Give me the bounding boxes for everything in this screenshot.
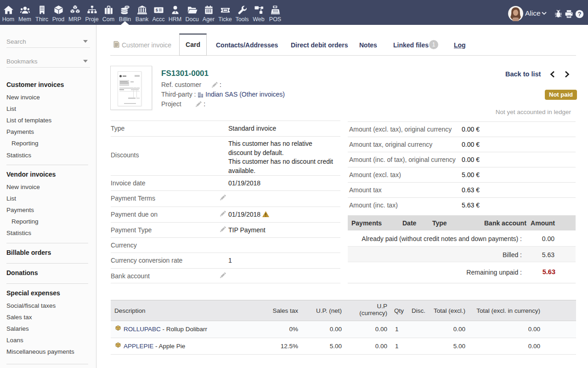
- svg-text:$: $: [155, 8, 158, 12]
- svg-text:?: ?: [578, 11, 582, 17]
